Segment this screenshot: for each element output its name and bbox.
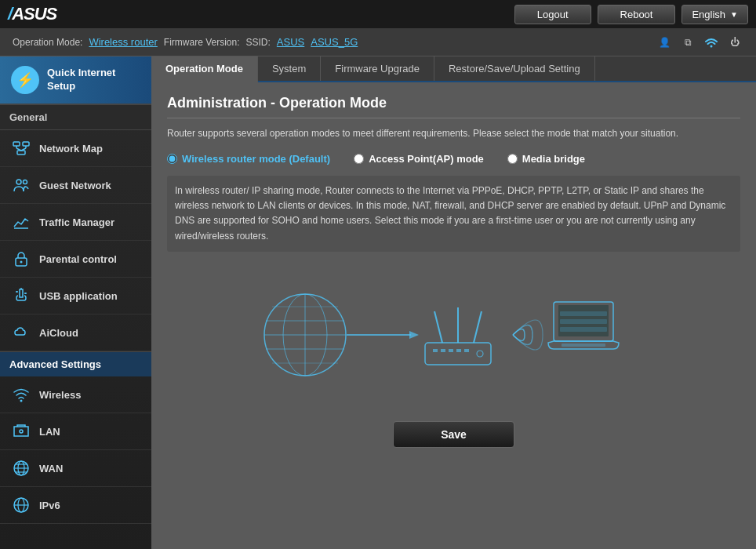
globe-icon [264, 294, 346, 376]
svg-point-15 [16, 291, 17, 293]
guest-network-icon [11, 175, 31, 195]
wireless-label: Wireless [39, 389, 81, 401]
network-map-label: Network Map [39, 143, 103, 155]
mode-radio-options: Wireless router mode (Default) Access Po… [167, 153, 740, 165]
wireless-icon [11, 384, 31, 405]
tab-operation-mode[interactable]: Operation Mode [151, 56, 258, 82]
svg-line-39 [434, 311, 442, 343]
advanced-settings-section: Advanced Settings [0, 351, 151, 376]
main-layout: ⚡ Quick InternetSetup General Network Ma… [0, 56, 756, 549]
svg-rect-50 [560, 311, 607, 316]
operation-mode-value[interactable]: Wireless router [89, 36, 157, 48]
sidebar-item-wan[interactable]: WAN [0, 450, 151, 487]
svg-rect-51 [560, 319, 607, 324]
language-selector[interactable]: English ▼ [681, 5, 748, 24]
parental-control-icon [11, 249, 31, 269]
svg-rect-52 [560, 327, 607, 332]
sidebar-item-ipv6[interactable]: IPv6 [0, 487, 151, 524]
svg-rect-45 [456, 349, 461, 352]
firmware-label: Firmware Version: [164, 37, 240, 48]
page-description: Router supports several operation modes … [167, 126, 740, 140]
tabs: Operation Mode System Firmware Upgrade R… [151, 56, 756, 82]
language-label: English [692, 9, 725, 20]
traffic-manager-icon [11, 212, 31, 232]
general-section: General [0, 104, 151, 130]
media-bridge-mode-option[interactable]: Media bridge [507, 153, 585, 165]
quick-setup-icon: ⚡ [11, 66, 39, 94]
page-content: Administration - Operation Mode Router s… [151, 82, 756, 549]
usb-application-icon [11, 285, 31, 306]
guest-network-label: Guest Network [39, 180, 111, 191]
top-bar: /ASUS Logout Reboot English ▼ [0, 0, 756, 28]
sidebar-item-usb-application[interactable]: USB application [0, 278, 151, 314]
quick-setup-label: Quick InternetSetup [47, 67, 115, 93]
sidebar-item-aicloud[interactable]: AiCloud [0, 314, 151, 351]
svg-rect-44 [449, 349, 453, 352]
page-title: Administration - Operation Mode [167, 95, 740, 118]
sidebar-item-wireless[interactable]: Wireless [0, 376, 151, 413]
operation-mode-label: Operation Mode: [13, 37, 82, 48]
svg-marker-37 [409, 331, 419, 339]
svg-point-9 [24, 180, 27, 184]
sidebar-item-network-map[interactable]: Network Map [0, 130, 151, 167]
logout-button[interactable]: Logout [514, 5, 591, 24]
media-bridge-mode-label: Media bridge [522, 153, 585, 165]
tab-system[interactable]: System [258, 56, 321, 81]
lan-icon [11, 421, 31, 442]
user-icon: 👤 [656, 34, 673, 51]
network-map-icon [11, 138, 31, 158]
tab-restore-save[interactable]: Restore/Save/Upload Setting [434, 56, 595, 81]
quick-internet-setup[interactable]: ⚡ Quick InternetSetup [0, 56, 151, 104]
parental-control-label: Parental control [39, 253, 117, 265]
svg-rect-38 [425, 343, 491, 365]
content-area: Operation Mode System Firmware Upgrade R… [151, 56, 756, 549]
ssid1-link[interactable]: ASUS [277, 36, 304, 48]
access-point-mode-option[interactable]: Access Point(AP) mode [354, 153, 484, 165]
sidebar: ⚡ Quick InternetSetup General Network Ma… [0, 56, 151, 549]
traffic-manager-label: Traffic Manager [39, 216, 114, 228]
ipv6-icon [11, 495, 31, 515]
sidebar-item-lan[interactable]: LAN [0, 413, 151, 450]
save-button[interactable]: Save [393, 421, 514, 448]
aicloud-label: AiCloud [39, 327, 78, 339]
chevron-down-icon: ▼ [730, 10, 738, 19]
wan-icon [11, 458, 31, 478]
usb-application-label: USB application [39, 290, 118, 302]
svg-rect-42 [433, 349, 438, 352]
aicloud-icon [11, 322, 31, 343]
info-bar: Operation Mode: Wireless router Firmware… [0, 28, 756, 56]
svg-rect-53 [562, 344, 605, 347]
reboot-button[interactable]: Reboot [598, 5, 676, 24]
svg-point-18 [20, 400, 23, 402]
wireless-router-mode-option[interactable]: Wireless router mode (Default) [167, 153, 330, 165]
status-icons: 👤 ⧉ ⏻ [656, 34, 743, 51]
svg-rect-3 [17, 151, 25, 155]
sidebar-item-traffic-manager[interactable]: Traffic Manager [0, 204, 151, 241]
svg-point-8 [16, 180, 21, 184]
mode-description: In wireless router/ IP sharing mode, Rou… [167, 176, 740, 252]
ssid2-link[interactable]: ASUS_5G [311, 36, 358, 48]
asus-logo: /ASUS [8, 4, 56, 24]
sidebar-item-guest-network[interactable]: Guest Network [0, 167, 151, 204]
svg-rect-43 [441, 349, 445, 352]
ssid-label: SSID: [246, 37, 271, 48]
svg-point-47 [477, 351, 483, 357]
wireless-router-mode-label: Wireless router mode (Default) [182, 153, 330, 165]
sidebar-item-parental-control[interactable]: Parental control [0, 241, 151, 278]
svg-point-17 [25, 293, 27, 294]
power-icon: ⏻ [726, 34, 743, 51]
laptop-icon [548, 302, 619, 349]
save-button-area: Save [167, 421, 740, 448]
svg-rect-46 [464, 349, 469, 352]
svg-point-19 [20, 430, 23, 433]
network-diagram-svg [258, 272, 650, 398]
svg-rect-2 [23, 142, 29, 146]
svg-line-41 [474, 311, 482, 343]
svg-point-12 [20, 261, 23, 264]
svg-rect-1 [13, 142, 20, 146]
wifi-icon [703, 34, 720, 51]
tab-firmware-upgrade[interactable]: Firmware Upgrade [321, 56, 434, 81]
router-icon [425, 307, 491, 365]
ipv6-label: IPv6 [39, 500, 60, 511]
wan-label: WAN [39, 463, 63, 474]
